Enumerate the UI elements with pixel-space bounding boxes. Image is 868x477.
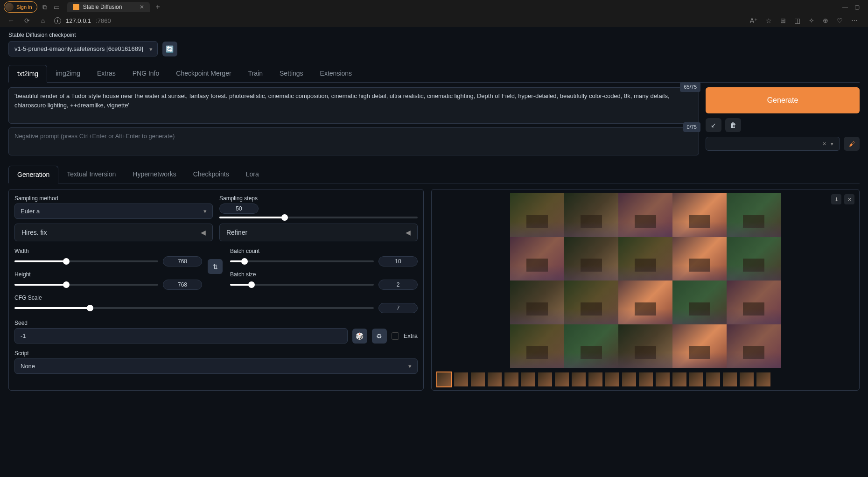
thumbnail[interactable] [504, 372, 518, 386]
clear-prompt-button[interactable]: 🗑 [725, 118, 741, 132]
minimize-icon[interactable]: — [842, 4, 848, 10]
extensions-icon[interactable]: ⊞ [780, 17, 786, 24]
random-seed-button[interactable]: 🎲 [352, 329, 367, 344]
tab-pnginfo[interactable]: PNG Info [124, 65, 168, 82]
tab-train[interactable]: Train [240, 65, 271, 82]
thumbnail[interactable] [639, 372, 653, 386]
gallery-image[interactable] [564, 281, 618, 324]
styles-dropdown[interactable] [706, 137, 840, 151]
thumbnail[interactable] [622, 372, 636, 386]
batch-size-input[interactable]: 2 [378, 280, 418, 290]
height-slider[interactable] [14, 284, 158, 286]
extra-checkbox[interactable] [392, 332, 399, 340]
checkpoint-dropdown[interactable]: v1-5-pruned-emaonly.safetensors [6ce0161… [8, 41, 158, 56]
browser-tab[interactable]: Stable Diffusion ✕ [67, 2, 150, 12]
subtab-generation[interactable]: Generation [8, 166, 58, 183]
subtab-textual-inversion[interactable]: Textual Inversion [58, 166, 124, 183]
sampling-method-dropdown[interactable]: Euler a [14, 203, 213, 219]
gallery-image[interactable] [618, 281, 672, 324]
subtab-lora[interactable]: Lora [238, 166, 267, 183]
subtab-checkpoints[interactable]: Checkpoints [185, 166, 238, 183]
tab-extensions[interactable]: Extensions [312, 65, 360, 82]
more-icon[interactable]: ⋯ [851, 17, 858, 24]
refiner-toggle[interactable]: Refiner ◀ [219, 224, 418, 241]
thumbnail[interactable] [756, 372, 770, 386]
gallery-image[interactable] [727, 193, 781, 237]
close-gallery-button[interactable]: ✕ [844, 194, 854, 204]
gallery-image[interactable] [618, 324, 672, 368]
site-info-icon[interactable]: i [54, 17, 61, 24]
interrogate-button[interactable]: ↙ [706, 118, 721, 132]
tab-settings[interactable]: Settings [271, 65, 312, 82]
hires-fix-toggle[interactable]: Hires. fix ◀ [14, 224, 213, 241]
thumbnail[interactable] [521, 372, 535, 386]
maximize-icon[interactable]: ▢ [854, 4, 860, 10]
thumbnail[interactable] [471, 372, 485, 386]
thumbnail[interactable] [572, 372, 586, 386]
tab-checkpoint-merger[interactable]: Checkpoint Merger [168, 65, 239, 82]
sampling-steps-input[interactable]: 50 [219, 203, 259, 214]
signin-button[interactable]: Sign in [4, 1, 37, 13]
sampling-steps-slider[interactable] [219, 217, 418, 218]
read-aloud-icon[interactable]: A⁺ [750, 17, 757, 24]
thumbnail[interactable] [740, 372, 754, 386]
refresh-icon[interactable]: ⟳ [22, 17, 32, 24]
collections-icon[interactable]: ✧ [809, 17, 814, 24]
gallery-image[interactable] [618, 237, 672, 281]
gallery-image[interactable] [672, 193, 727, 237]
thumbnail[interactable] [437, 372, 451, 386]
batch-count-input[interactable]: 10 [378, 256, 418, 267]
gallery-image[interactable] [510, 193, 564, 237]
subtab-hypernetworks[interactable]: Hypernetworks [124, 166, 184, 183]
home-icon[interactable]: ⌂ [38, 17, 48, 24]
width-slider[interactable] [14, 260, 158, 262]
refresh-checkpoint-button[interactable]: 🔄 [162, 42, 177, 56]
gallery-image[interactable] [618, 193, 672, 237]
width-input[interactable]: 768 [163, 256, 202, 267]
batch-count-slider[interactable] [230, 260, 374, 262]
thumbnail[interactable] [555, 372, 569, 386]
gallery-image[interactable] [672, 237, 727, 281]
seed-input[interactable]: -1 [14, 328, 348, 344]
url-input[interactable]: i 127.0.0.1:7860 [54, 17, 111, 24]
tab-actions-icon[interactable]: ▭ [52, 3, 62, 11]
swap-dimensions-button[interactable]: ⇅ [208, 259, 223, 274]
thumbnail[interactable] [706, 372, 720, 386]
apply-style-button[interactable]: 🖌 [844, 137, 860, 151]
thumbnail[interactable] [672, 372, 686, 386]
close-tab-icon[interactable]: ✕ [140, 4, 144, 10]
gallery-image[interactable] [727, 237, 781, 281]
gallery-image[interactable] [510, 281, 564, 324]
thumbnail[interactable] [656, 372, 670, 386]
thumbnail[interactable] [588, 372, 602, 386]
favorite-icon[interactable]: ☆ [766, 17, 772, 24]
generate-button[interactable]: Generate [706, 87, 860, 113]
script-dropdown[interactable]: None [14, 358, 418, 374]
gallery-image[interactable] [564, 237, 618, 281]
cfg-input[interactable]: 7 [378, 303, 418, 313]
thumbnail[interactable] [605, 372, 619, 386]
gallery-image[interactable] [672, 281, 727, 324]
gallery-image[interactable] [564, 193, 618, 237]
gallery-image[interactable] [727, 281, 781, 324]
positive-prompt-input[interactable]: 'beautiful render of a Tudor style house… [8, 87, 699, 124]
height-input[interactable]: 768 [163, 280, 202, 290]
batch-size-slider[interactable] [230, 284, 374, 286]
gallery-image[interactable] [510, 237, 564, 281]
new-tab-button[interactable]: + [155, 3, 160, 11]
negative-prompt-input[interactable]: Negative prompt (press Ctrl+Enter or Alt… [8, 127, 699, 155]
thumbnail[interactable] [454, 372, 468, 386]
thumbnail[interactable] [689, 372, 703, 386]
cfg-slider[interactable] [14, 307, 374, 309]
workspaces-icon[interactable]: ⧉ [40, 3, 49, 11]
thumbnail[interactable] [723, 372, 737, 386]
tab-img2img[interactable]: img2img [47, 65, 89, 82]
gallery-image[interactable] [672, 324, 727, 368]
back-icon[interactable]: ← [7, 17, 16, 24]
reuse-seed-button[interactable]: ♻ [372, 329, 387, 344]
tab-txt2img[interactable]: txt2img [8, 65, 47, 83]
gallery-image[interactable] [727, 324, 781, 368]
gallery-image[interactable] [510, 324, 564, 368]
gallery-image[interactable] [564, 324, 618, 368]
thumbnail[interactable] [488, 372, 502, 386]
